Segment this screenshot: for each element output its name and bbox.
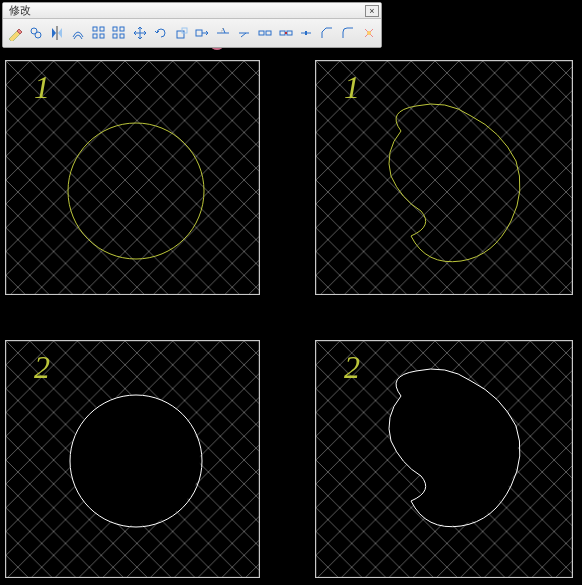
trim-icon: [215, 25, 231, 41]
chamfer-button[interactable]: [318, 22, 337, 44]
viewport-3[interactable]: 2: [5, 340, 260, 578]
panel-label: 1: [34, 69, 50, 106]
fillet-button[interactable]: [339, 22, 358, 44]
scale-button[interactable]: [172, 22, 191, 44]
toolbar-title: 修改: [5, 3, 31, 18]
svg-rect-13: [196, 30, 202, 36]
break-icon: [278, 25, 294, 41]
move-button[interactable]: [131, 22, 150, 44]
svg-rect-11: [177, 31, 184, 38]
mirror-button[interactable]: [48, 22, 67, 44]
svg-point-19: [367, 31, 371, 35]
panel-label: 2: [344, 349, 360, 386]
array-rect-icon: [111, 25, 127, 41]
svg-rect-4: [100, 27, 104, 31]
trim-button[interactable]: [214, 22, 233, 44]
svg-rect-8: [120, 27, 124, 31]
join-button[interactable]: [297, 22, 316, 44]
scale-icon: [174, 25, 190, 41]
svg-rect-6: [100, 34, 104, 38]
rotate-button[interactable]: [151, 22, 170, 44]
close-button[interactable]: ×: [365, 5, 379, 17]
svg-rect-14: [259, 31, 264, 35]
modify-toolbar: 修改 ×: [2, 2, 382, 48]
mirror-icon: [49, 25, 65, 41]
viewport-2[interactable]: 1: [315, 60, 573, 295]
svg-rect-9: [113, 34, 117, 38]
panel-label: 2: [34, 349, 50, 386]
svg-rect-3: [93, 27, 97, 31]
pencil-erase-icon: [7, 25, 23, 41]
fillet-icon: [340, 25, 356, 41]
break-point-icon: [257, 25, 273, 41]
svg-point-21: [68, 123, 204, 259]
extend-icon: [236, 25, 252, 41]
svg-rect-10: [120, 34, 124, 38]
toolbar-header[interactable]: 修改 ×: [3, 3, 381, 19]
stretch-button[interactable]: [193, 22, 212, 44]
svg-point-1: [35, 32, 41, 38]
svg-point-18: [285, 32, 287, 34]
svg-rect-15: [266, 31, 271, 35]
svg-rect-16: [280, 31, 285, 35]
svg-point-26: [70, 395, 202, 527]
stretch-icon: [194, 25, 210, 41]
chamfer-icon: [319, 25, 335, 41]
svg-rect-17: [287, 31, 292, 35]
array-icon: [91, 25, 107, 41]
copy-icon: [28, 25, 44, 41]
move-icon: [132, 25, 148, 41]
join-icon: [298, 25, 314, 41]
erase-button[interactable]: [6, 22, 25, 44]
break-button[interactable]: [276, 22, 295, 44]
panel-label: 1: [344, 69, 360, 106]
offset-button[interactable]: [68, 22, 87, 44]
explode-icon: [361, 25, 377, 41]
viewport-4[interactable]: 2: [315, 340, 573, 578]
copy-button[interactable]: [27, 22, 46, 44]
offset-icon: [70, 25, 86, 41]
explode-button[interactable]: [359, 22, 378, 44]
array-rect-button[interactable]: [110, 22, 129, 44]
rotate-icon: [153, 25, 169, 41]
viewport-1[interactable]: 1: [5, 60, 260, 295]
svg-rect-7: [113, 27, 117, 31]
svg-rect-5: [93, 34, 97, 38]
array-button[interactable]: [89, 22, 108, 44]
toolbar-buttons-row: [3, 19, 381, 47]
extend-button[interactable]: [235, 22, 254, 44]
break-point-button[interactable]: [255, 22, 274, 44]
